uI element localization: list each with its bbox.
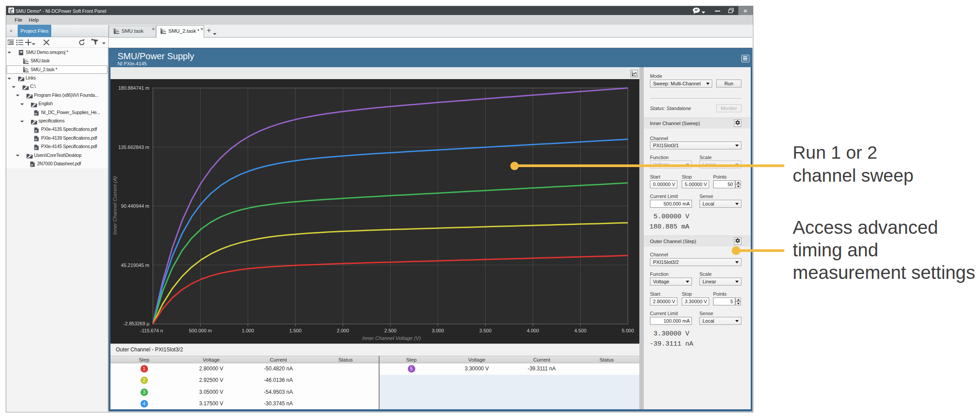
svg-text:4.500: 4.500 [574,328,587,333]
svg-text:Inner Channel Voltage (V): Inner Channel Voltage (V) [362,335,421,341]
svg-text:-2.853269 µ: -2.853269 µ [123,321,150,326]
svg-text:3.000: 3.000 [432,328,444,333]
svg-text:Inner Channel Current (A): Inner Channel Current (A) [112,176,118,235]
svg-text:45.219045 m: 45.219045 m [121,263,149,268]
svg-text:4.000: 4.000 [527,328,539,333]
svg-text:1.500: 1.500 [289,328,302,333]
svg-text:500.000 m: 500.000 m [189,328,212,333]
svg-text:-115.674 n: -115.674 n [140,328,163,333]
svg-text:90.440944 m: 90.440944 m [121,203,149,209]
svg-text:135.662843 m: 135.662843 m [118,145,149,150]
svg-text:2.500: 2.500 [384,328,397,333]
svg-text:3.500: 3.500 [479,328,492,333]
svg-text:2.000: 2.000 [337,328,349,333]
svg-text:180.884741 m: 180.884741 m [118,85,149,91]
svg-text:1.000: 1.000 [242,328,254,333]
svg-text:5.000: 5.000 [622,328,634,333]
